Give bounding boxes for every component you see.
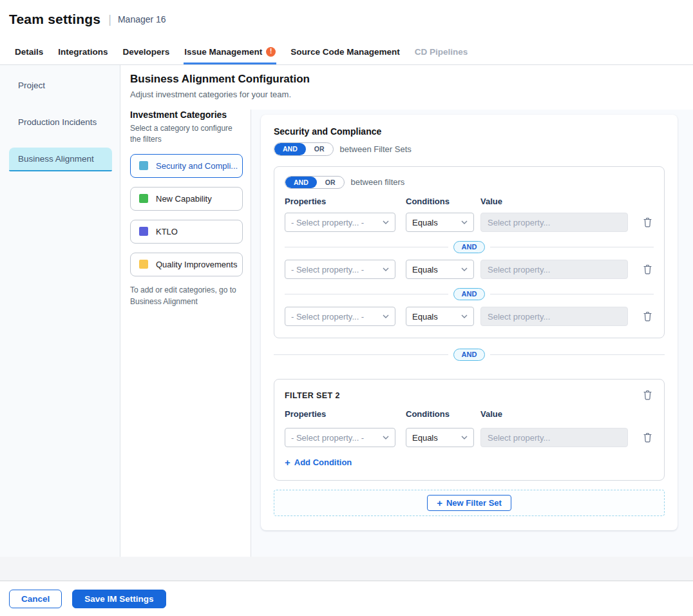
- selected-category-title: Security and Compliance: [274, 126, 665, 137]
- trash-icon: [643, 311, 652, 322]
- add-condition-button[interactable]: + Add Condition: [285, 457, 352, 467]
- category-security-and-compliance[interactable]: Security and Compli...: [130, 154, 243, 178]
- filter-set-2-title: FILTER SET 2: [285, 391, 340, 400]
- delete-condition-button[interactable]: [641, 431, 654, 444]
- value-header: Value: [480, 409, 654, 419]
- delete-filter-set-button[interactable]: [641, 389, 654, 401]
- settings-sidebar: Project Production Incidents Business Al…: [0, 65, 120, 557]
- team-name: Manager 16: [118, 14, 166, 24]
- filters-and-or-toggle[interactable]: AND OR: [285, 176, 345, 189]
- chevron-down-icon: [461, 314, 468, 318]
- chevron-down-icon: [461, 267, 468, 271]
- new-filter-set-button[interactable]: + New Filter Set: [427, 495, 511, 511]
- categories-title: Investment Categories: [130, 110, 243, 120]
- category-label: KTLO: [156, 227, 178, 236]
- column-headers: Properties Conditions Value: [285, 197, 654, 206]
- warning-badge-icon: !: [266, 47, 276, 57]
- chevron-down-icon: [383, 220, 389, 224]
- sidebar-item-production-incidents[interactable]: Production Incidents: [9, 111, 112, 133]
- property-select[interactable]: - Select property... -: [285, 213, 395, 232]
- categories-footnote: To add or edit categories, go to Busines…: [130, 284, 243, 307]
- toggle-or-option[interactable]: OR: [317, 177, 344, 189]
- cancel-button[interactable]: Cancel: [9, 590, 62, 608]
- condition-row: - Select property... - Equals: [285, 213, 654, 232]
- condition-row: - Select property... - Equals: [285, 307, 654, 326]
- column-headers: Properties Conditions Value: [285, 409, 654, 419]
- delete-condition-button[interactable]: [641, 216, 654, 229]
- conditions-header: Conditions: [406, 197, 480, 206]
- conditions-header: Conditions: [406, 409, 480, 419]
- category-color-swatch: [139, 161, 148, 170]
- value-input[interactable]: [480, 213, 628, 232]
- and-connector-chip: AND: [453, 241, 486, 253]
- and-connector-chip: AND: [453, 288, 486, 300]
- filter-set-1: AND OR between filters Properties Condit…: [274, 166, 665, 339]
- trash-icon: [643, 432, 652, 443]
- condition-select[interactable]: Equals: [406, 428, 474, 447]
- category-quality-improvements[interactable]: Quality Improvements: [130, 253, 243, 276]
- plus-icon: +: [437, 498, 442, 508]
- value-header: Value: [480, 197, 654, 206]
- team-settings-page: Team settings | Manager 16 Details Integ…: [0, 0, 693, 616]
- toggle-and-option[interactable]: AND: [274, 143, 306, 155]
- plus-icon: +: [285, 457, 290, 467]
- value-input[interactable]: [480, 260, 628, 279]
- section-title: Business Alignment Configuration: [130, 73, 693, 86]
- page-title: Team settings: [9, 12, 100, 27]
- property-select[interactable]: - Select property... -: [285, 307, 395, 326]
- category-color-swatch: [139, 260, 148, 269]
- categories-subtitle: Select a category to configure the filte…: [130, 123, 243, 145]
- and-divider: AND: [285, 288, 654, 300]
- between-sets-and-divider: AND: [274, 349, 665, 361]
- category-label: New Capability: [156, 194, 212, 204]
- condition-select[interactable]: Equals: [406, 307, 474, 326]
- sidebar-item-project[interactable]: Project: [9, 74, 112, 97]
- chevron-down-icon: [461, 436, 468, 439]
- between-filters-label: between filters: [351, 177, 405, 187]
- toggle-or-option[interactable]: OR: [306, 143, 333, 155]
- and-divider: AND: [285, 241, 654, 253]
- chevron-down-icon: [383, 267, 389, 271]
- category-ktlo[interactable]: KTLO: [130, 220, 243, 244]
- investment-categories-panel: Investment Categories Select a category …: [130, 110, 243, 557]
- delete-condition-button[interactable]: [641, 263, 654, 276]
- trash-icon: [643, 217, 652, 227]
- properties-header: Properties: [285, 409, 406, 419]
- footer-spacer: [0, 557, 693, 581]
- condition-row: - Select property... - Equals: [285, 260, 654, 279]
- filter-region: Security and Compliance AND OR between F…: [251, 110, 693, 557]
- value-input[interactable]: [480, 307, 628, 326]
- section-subtitle: Adjust investment categories for your te…: [130, 90, 693, 99]
- page-header: Team settings | Manager 16: [0, 0, 693, 39]
- value-input[interactable]: [480, 428, 628, 447]
- between-filter-sets-label: between Filter Sets: [340, 144, 412, 154]
- and-connector-chip: AND: [453, 349, 486, 361]
- condition-select[interactable]: Equals: [406, 213, 474, 232]
- tab-issue-management[interactable]: Issue Management !: [184, 39, 276, 64]
- properties-header: Properties: [285, 197, 406, 206]
- sidebar-item-business-alignment[interactable]: Business Alignment: [9, 148, 112, 171]
- new-filter-set-zone: + New Filter Set: [274, 490, 665, 516]
- category-new-capability[interactable]: New Capability: [130, 187, 243, 211]
- tab-developers[interactable]: Developers: [122, 39, 171, 64]
- category-label: Security and Compli...: [156, 161, 238, 171]
- condition-select[interactable]: Equals: [406, 260, 474, 279]
- filter-sets-and-or-toggle[interactable]: AND OR: [274, 142, 334, 156]
- title-divider: |: [108, 13, 111, 26]
- property-select[interactable]: - Select property... -: [285, 260, 395, 279]
- chevron-down-icon: [383, 314, 389, 318]
- tab-source-code-management[interactable]: Source Code Management: [290, 39, 401, 64]
- tab-details[interactable]: Details: [14, 39, 44, 64]
- filter-set-2: FILTER SET 2 Properties Conditions Value: [274, 379, 665, 481]
- delete-condition-button[interactable]: [641, 310, 654, 323]
- main-panel: Business Alignment Configuration Adjust …: [120, 65, 693, 557]
- chevron-down-icon: [383, 436, 389, 439]
- filter-config-card: Security and Compliance AND OR between F…: [261, 115, 678, 530]
- tab-integrations[interactable]: Integrations: [57, 39, 108, 64]
- content-area: Project Production Incidents Business Al…: [0, 65, 693, 557]
- toggle-and-option[interactable]: AND: [285, 177, 317, 189]
- property-select[interactable]: - Select property... -: [285, 428, 395, 447]
- save-im-settings-button[interactable]: Save IM Settings: [72, 590, 166, 608]
- category-color-swatch: [139, 194, 148, 203]
- condition-row: - Select property... - Equals: [285, 428, 654, 447]
